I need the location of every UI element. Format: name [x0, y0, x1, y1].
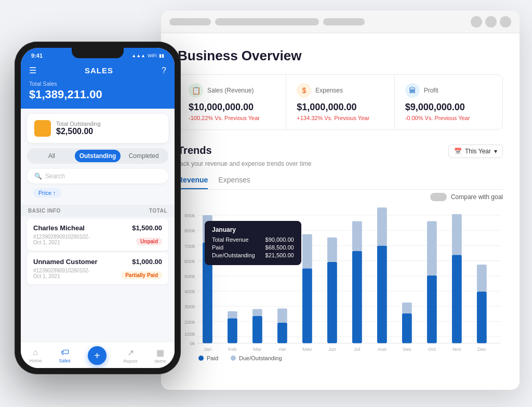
svg-text:800k: 800k	[184, 228, 195, 233]
svg-text:400k: 400k	[184, 289, 195, 294]
nav-home[interactable]: ⌂ Home	[29, 348, 42, 363]
expenses-value: $1,000,000.00	[297, 102, 383, 113]
expenses-change: +134.32% Vs. Previous Year	[297, 115, 383, 121]
svg-text:Sep: Sep	[403, 347, 411, 351]
battery-icon: ▮▮	[159, 53, 164, 58]
tab-expenses[interactable]: Expenses	[218, 176, 250, 189]
tab-revenue[interactable]: Revenue	[178, 176, 208, 189]
phone-frame: 9:41 ▲▲▲ WiFi ▮▮ ☰ SALES ?	[15, 42, 181, 374]
bottom-nav: ⌂ Home 🏷 Sales + ↗ Report ▦ Items	[21, 342, 175, 368]
search-bar[interactable]: 🔍 Search	[27, 169, 168, 183]
sales-header: Total Sales $1,389,211.00 This Month ▾	[21, 81, 175, 109]
svg-rect-36	[402, 313, 412, 343]
revenue-change: -100.22% Vs. Previous Year	[189, 115, 275, 121]
svg-rect-30	[327, 262, 337, 344]
price-filter[interactable]: Price ↑	[33, 188, 61, 198]
svg-rect-22	[228, 318, 237, 343]
year-selector[interactable]: 📅 This Year ▾	[448, 145, 503, 158]
filter-completed[interactable]: Completed	[121, 150, 167, 162]
nav-sales[interactable]: 🏷 Sales	[59, 348, 71, 363]
nav-fab[interactable]: +	[88, 346, 107, 365]
svg-rect-40	[452, 255, 462, 343]
svg-text:500k: 500k	[184, 274, 195, 279]
metric-revenue: 📋 Sales (Revenue) $10,000,000.00 -100.22…	[178, 75, 286, 129]
desktop-content: Business Overview 📋 Sales (Revenue) $10,…	[161, 33, 520, 390]
legend-outstanding: Due/Outstanding	[231, 355, 282, 361]
help-icon[interactable]: ?	[162, 66, 166, 75]
nav-sales-label: Sales	[59, 358, 71, 363]
phone-wrapper: 9:41 ▲▲▲ WiFi ▮▮ ☰ SALES ?	[15, 42, 181, 374]
report-icon: ↗	[127, 348, 134, 358]
profit-icon: 🏛	[405, 83, 420, 98]
paid-dot	[198, 356, 204, 361]
status-time: 9:41	[31, 52, 43, 59]
trends-title: Trends	[178, 145, 212, 156]
home-icon: ⌂	[33, 348, 38, 357]
compare-toggle[interactable]	[430, 193, 447, 201]
invoice-name-2: Unnamed Customer	[33, 258, 98, 266]
table-header: BASIC INFO TOTAL	[21, 205, 175, 217]
tooltip-revenue-row: Total Revenue $90,000.00	[212, 237, 294, 243]
svg-rect-41	[452, 214, 462, 255]
phone-nav: ☰ SALES ?	[21, 62, 175, 81]
invoice-amount-1: $1,500.00	[132, 224, 162, 232]
svg-rect-24	[252, 316, 262, 343]
chevron-down-icon: ▾	[494, 148, 497, 155]
outstanding-card: Total Outstanding $2,500.00	[27, 114, 168, 143]
profit-label: Profit	[424, 87, 438, 94]
outstanding-amount: $2,500.00	[56, 127, 101, 136]
filter-tabs: All Outstanding Completed	[27, 148, 168, 164]
invoice-number-2: #12390289091028010​2-	[33, 268, 90, 273]
sales-label: Total Sales	[29, 81, 102, 87]
nav-report[interactable]: ↗ Report	[124, 348, 138, 364]
status-badge-unpaid: Unpaid	[136, 238, 162, 245]
metric-expenses-header: $ Expenses	[297, 83, 383, 98]
search-placeholder: Search	[45, 173, 65, 180]
outstanding-label: Total Outstanding	[56, 121, 101, 127]
trends-subtitle: rack your revenue and expense trends ove…	[178, 160, 503, 167]
metrics-row: 📋 Sales (Revenue) $10,000,000.00 -100.22…	[178, 74, 503, 130]
svg-text:Feb: Feb	[228, 347, 236, 351]
menu-icon[interactable]: ☰	[29, 65, 36, 75]
titlebar-pill-3	[323, 18, 365, 25]
tooltip-paid-value: $68,500.00	[265, 244, 294, 251]
compare-row: Compare with goal	[178, 193, 503, 201]
svg-text:Mar: Mar	[253, 347, 261, 351]
svg-text:Dec: Dec	[477, 347, 486, 351]
tooltip-paid-label: Paid	[212, 244, 223, 251]
wifi-icon: WiFi	[148, 53, 157, 58]
svg-rect-32	[352, 251, 362, 343]
svg-text:May: May	[302, 347, 312, 351]
invoice-row-1[interactable]: Charles Micheal $1,500.00 #1239028909102…	[27, 219, 168, 251]
svg-rect-43	[477, 265, 487, 292]
legend-paid: Paid	[198, 355, 218, 361]
status-badge-partial: Partially Paid	[121, 271, 162, 279]
svg-text:Apr: Apr	[278, 347, 286, 351]
invoice-row-2[interactable]: Unnamed Customer $1,000.00 #123902890910…	[27, 253, 168, 284]
svg-rect-28	[302, 268, 312, 343]
svg-text:600k: 600k	[184, 259, 195, 264]
price-label: Price ↑	[38, 190, 56, 196]
filter-all[interactable]: All	[29, 150, 75, 162]
filter-outstanding[interactable]: Outstanding	[75, 150, 121, 162]
profit-change: -0.00% Vs. Previous Year	[405, 115, 492, 121]
trends-header: Trends 📅 This Year ▾	[178, 145, 503, 158]
invoice-date-1: Oct 1, 2021	[33, 240, 90, 245]
nav-home-label: Home	[29, 358, 42, 363]
nav-items[interactable]: ▦ Items	[154, 348, 166, 364]
expenses-icon: $	[297, 83, 311, 98]
invoice-top-1: Charles Micheal $1,500.00	[33, 224, 162, 232]
tooltip-revenue-label: Total Revenue	[212, 237, 248, 243]
tooltip-revenue-value: $90,000.00	[265, 237, 294, 243]
outstanding-icon	[34, 120, 51, 137]
chart-tooltip: January Total Revenue $90,000.00 Paid $6…	[205, 221, 301, 265]
metric-revenue-header: 📋 Sales (Revenue)	[189, 83, 275, 98]
titlebar-dot-1	[471, 16, 482, 28]
nav-title: SALES	[85, 66, 113, 75]
fab-button[interactable]: +	[88, 346, 107, 365]
year-label: This Year	[465, 148, 491, 155]
signal-icon: ▲▲▲	[131, 53, 145, 58]
svg-text:300k: 300k	[184, 304, 195, 309]
svg-rect-33	[352, 221, 362, 251]
compare-label: Compare with goal	[451, 193, 503, 201]
